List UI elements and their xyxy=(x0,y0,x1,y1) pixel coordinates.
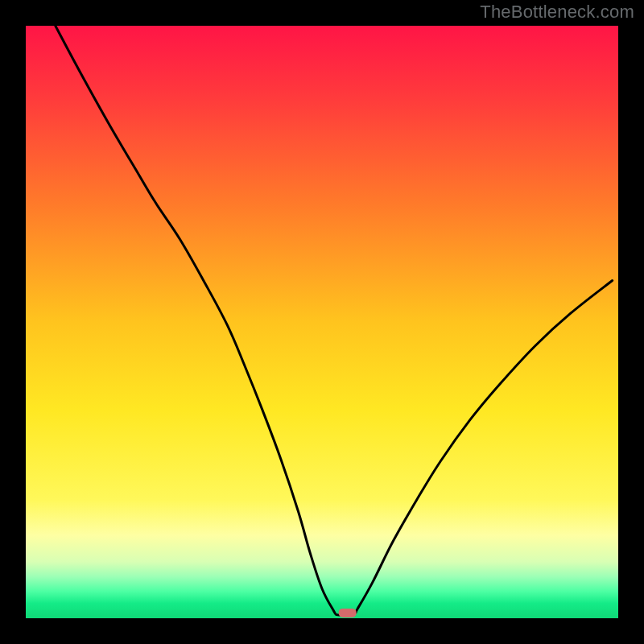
plot-area xyxy=(26,26,618,618)
gradient-background xyxy=(26,26,618,618)
chart-frame: TheBottleneck.com xyxy=(0,0,644,644)
minimum-marker xyxy=(339,609,357,617)
watermark-text: TheBottleneck.com xyxy=(480,2,634,23)
chart-svg xyxy=(26,26,618,618)
